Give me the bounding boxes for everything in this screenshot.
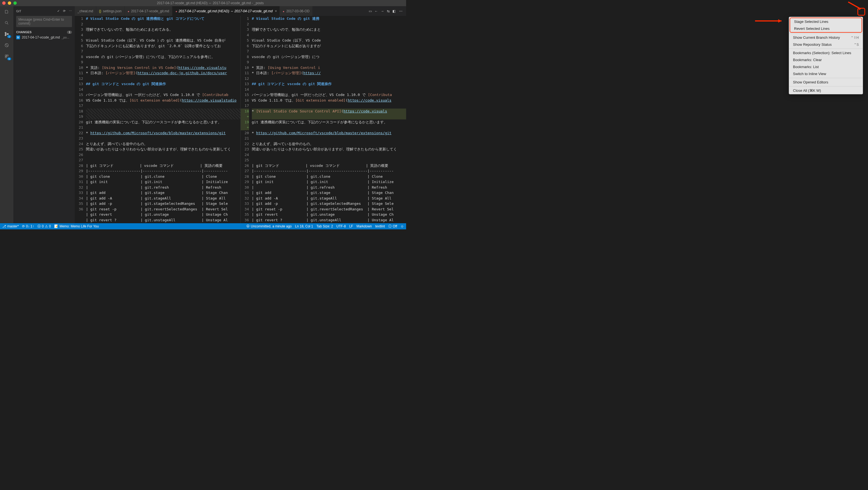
tab-od[interactable]: ⬥2017-03-06-OD <box>280 6 312 16</box>
gutter-left: 1234567891011121314151617181920212223242… <box>75 16 86 223</box>
json-icon: {} <box>99 9 101 13</box>
git-file-icon: ⬥ <box>283 9 284 13</box>
extensions-icon[interactable]: 5 <box>3 53 10 60</box>
changes-section-header[interactable]: CHANGES 1 <box>13 29 75 35</box>
close-icon[interactable]: × <box>275 9 277 13</box>
maximize-window[interactable] <box>13 1 17 5</box>
tab-settings[interactable]: {}settings.json <box>96 6 125 16</box>
diff-right-pane[interactable]: 123456789101112131415161718 +19 +2021222… <box>241 16 406 223</box>
svg-rect-8 <box>7 55 8 56</box>
status-sync[interactable]: ⟳ 0↓ 1↑ <box>22 224 34 228</box>
explorer-icon[interactable] <box>3 8 10 15</box>
status-errors[interactable]: ⓧ 0 ⚠ 0 <box>37 224 51 229</box>
activity-bar: 1 5 <box>0 6 13 223</box>
status-memo[interactable]: 📝 Memo: Memo Life For You <box>54 224 99 228</box>
diff-editor: 1234567891011121314151617181920212223242… <box>75 16 406 223</box>
svg-rect-7 <box>5 55 7 56</box>
status-bar: ⎇ master* ⟳ 0↓ 1↑ ⓧ 0 ⚠ 0 📝 Memo: Memo L… <box>0 223 406 229</box>
close-window[interactable] <box>2 1 6 5</box>
nav-fwd-icon[interactable]: → <box>381 9 384 13</box>
file-dir: _po... <box>62 36 69 39</box>
status-eol[interactable]: LF <box>349 224 353 228</box>
svg-line-6 <box>5 44 8 46</box>
git-file-icon: ⬥ <box>127 9 129 13</box>
open-prev-change-icon[interactable]: ⇆ <box>387 9 390 13</box>
status-cursor[interactable]: Ln 18, Col 1 <box>295 224 313 228</box>
svg-point-2 <box>5 32 6 33</box>
layout-icon[interactable]: ▭ <box>369 9 372 13</box>
refresh-icon[interactable]: ⟳ <box>63 9 66 13</box>
svg-point-3 <box>5 35 6 36</box>
scm-sidebar: GIT ✓ ⟳ ⋯ Message (press Cmd+Enter to co… <box>13 6 75 223</box>
commit-icon[interactable]: ✓ <box>57 9 60 13</box>
status-lang[interactable]: Markdown <box>356 224 372 228</box>
changed-file-row[interactable]: M 2017-04-17-vcode_git.md _po... <box>13 35 75 40</box>
tab-cheat[interactable]: _cheat.md <box>75 6 96 16</box>
svg-line-1 <box>7 24 8 24</box>
debug-icon[interactable] <box>3 42 10 49</box>
sidebar-title: GIT <box>16 9 21 13</box>
nav-back-icon[interactable]: ← <box>375 9 378 13</box>
split-icon[interactable]: ◧ <box>393 9 396 13</box>
more-actions-icon[interactable]: ⋯ <box>398 8 403 14</box>
modified-badge: M <box>16 35 20 39</box>
tab-actions: ▭ ← → ⇆ ◧ ⋯ <box>366 8 406 14</box>
diff-left-pane[interactable]: 1234567891011121314151617181920212223242… <box>75 16 241 223</box>
status-off[interactable]: ⓘ Off <box>388 224 397 229</box>
commit-message-input[interactable]: Message (press Cmd+Enter to commit) <box>16 16 72 27</box>
code-left[interactable]: # Visual Studio Code の git 連携機能と git コマン… <box>86 16 241 223</box>
search-icon[interactable] <box>3 20 10 26</box>
status-tabsize[interactable]: Tab Size: 2 <box>317 224 333 228</box>
status-textlint[interactable]: textlint <box>375 224 385 228</box>
editor-area: _cheat.md {}settings.json ⬥2017-04-17-vc… <box>75 6 406 223</box>
tab-diff-active[interactable]: ⬥2017-04-17-vcode_git.md (HEAD) ↔ 2017-0… <box>173 6 280 16</box>
file-name: 2017-04-17-vcode_git.md <box>22 35 60 39</box>
window-title: 2017-04-17-vcode_git.md (HEAD) ↔ 2017-04… <box>17 1 404 5</box>
changes-label: CHANGES <box>16 30 32 34</box>
svg-rect-9 <box>5 57 7 58</box>
gutter-right: 123456789101112131415161718 +19 +2021222… <box>241 16 252 223</box>
status-encoding[interactable]: UTF-8 <box>336 224 346 228</box>
changes-count: 1 <box>67 31 72 34</box>
source-control-icon[interactable]: 1 <box>3 31 10 37</box>
tab-vcode-git[interactable]: ⬥2017-04-17-vcode_git.md <box>125 6 173 16</box>
editor-tabs: _cheat.md {}settings.json ⬥2017-04-17-vc… <box>75 6 406 16</box>
code-right[interactable]: # Visual Studio Code の git 連携理解できていないので、… <box>252 16 406 223</box>
svg-point-4 <box>7 33 8 35</box>
minimize-window[interactable] <box>8 1 11 5</box>
extensions-badge: 5 <box>7 58 11 60</box>
git-file-icon: ⬥ <box>175 9 177 13</box>
status-git[interactable]: ⦿ Uncommitted, a minute ago <box>246 224 292 228</box>
svg-point-0 <box>5 22 7 24</box>
window-controls <box>2 1 17 5</box>
status-branch[interactable]: ⎇ master* <box>2 224 19 228</box>
titlebar: 2017-04-17-vcode_git.md (HEAD) ↔ 2017-04… <box>0 0 406 6</box>
more-icon[interactable]: ⋯ <box>69 9 72 13</box>
scm-badge: 1 <box>7 35 11 38</box>
status-feedback-icon[interactable]: ☺ <box>401 224 404 228</box>
